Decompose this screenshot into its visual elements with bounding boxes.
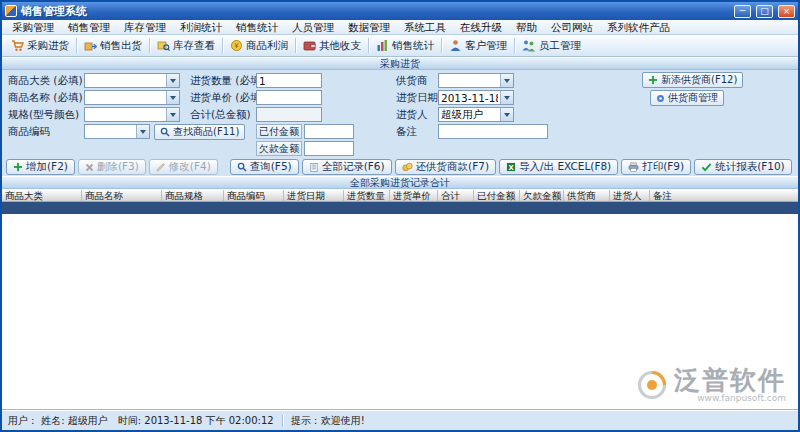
col-code[interactable]: 商品编码 — [224, 190, 284, 201]
menu-help[interactable]: 帮助 — [509, 20, 544, 35]
col-buyer[interactable]: 进货人 — [610, 190, 650, 201]
svg-text:¥: ¥ — [234, 42, 239, 50]
purchase-date-picker[interactable] — [438, 90, 514, 105]
quantity-input[interactable] — [256, 73, 322, 88]
product-code-input[interactable] — [85, 125, 136, 138]
buyer-combo[interactable] — [438, 107, 514, 122]
statusbar-user-info: 用户： 姓名: 超级用户 时间: 2013-11-18 下午 02:00:12 — [8, 414, 274, 428]
supplier-combo[interactable] — [438, 73, 514, 88]
document-icon — [309, 162, 319, 173]
purchase-date-label: 进货日期 — [396, 90, 438, 105]
selected-table-row[interactable] — [2, 202, 798, 214]
col-spec[interactable]: 商品规格 — [162, 190, 224, 201]
edit-button[interactable]: 修改(F4) — [149, 159, 218, 175]
col-owed[interactable]: 欠款金额 — [520, 190, 564, 201]
remark-input[interactable] — [438, 124, 548, 139]
chevron-down-icon[interactable] — [500, 108, 513, 121]
menu-data[interactable]: 数据管理 — [341, 20, 397, 35]
toolbar-purchase-in[interactable]: 采购进货 — [4, 35, 76, 56]
people-icon — [522, 39, 536, 52]
product-name-input[interactable] — [85, 91, 166, 104]
buyer-input[interactable] — [439, 108, 500, 121]
col-quantity[interactable]: 进货数量 — [344, 190, 390, 201]
report-button[interactable]: 统计报表(F10) — [694, 159, 792, 175]
titlebar: 销售管理系统 ─ □ × — [2, 2, 798, 20]
spec-combo[interactable] — [84, 107, 180, 122]
category-input[interactable] — [85, 74, 166, 87]
chevron-down-icon[interactable] — [500, 91, 513, 104]
chevron-down-icon[interactable] — [166, 91, 179, 104]
bar-chart-icon — [376, 39, 389, 52]
total-label: 合计(总金额) — [190, 107, 251, 122]
add-button[interactable]: 增加(F2) — [6, 159, 75, 175]
grid-body[interactable]: 泛普软件 www.fanpusoft.com — [2, 214, 798, 410]
menu-online-upgrade[interactable]: 在线升级 — [453, 20, 509, 35]
unit-price-input[interactable] — [256, 90, 322, 105]
query-button[interactable]: 查询(F5) — [230, 159, 299, 175]
minimize-button[interactable]: ─ — [734, 5, 751, 18]
product-code-combo[interactable] — [84, 124, 150, 139]
paid-amount-input[interactable] — [304, 124, 354, 139]
chevron-down-icon[interactable] — [166, 74, 179, 87]
search-icon — [160, 127, 170, 137]
col-paid[interactable]: 已付金额 — [474, 190, 520, 201]
col-category[interactable]: 商品大类 — [2, 190, 82, 201]
content-area: 采购进货 商品大类 (必填) 商品名称 (必填) 规格(型号颜色) 商品编码 查… — [2, 57, 798, 410]
toolbar-sales-stats[interactable]: 销售统计 — [369, 35, 441, 56]
coins-icon — [402, 162, 413, 172]
spec-input[interactable] — [85, 108, 166, 121]
col-remark[interactable]: 备注 — [650, 190, 798, 201]
toolbar-product-profit[interactable]: ¥ 商品利润 — [223, 35, 295, 56]
repay-supplier-button[interactable]: 还供货商款(F7) — [395, 159, 496, 175]
menu-products[interactable]: 系列软件产品 — [600, 20, 677, 35]
menu-personnel[interactable]: 人员管理 — [285, 20, 341, 35]
toolbar-staff-mgmt[interactable]: 员工管理 — [515, 35, 588, 56]
col-supplier[interactable]: 供货商 — [564, 190, 610, 201]
toolbar-customer-mgmt[interactable]: 客户管理 — [442, 35, 514, 56]
watermark-url: www.fanpusoft.com — [697, 393, 786, 403]
all-records-button[interactable]: 全部记录(F6) — [302, 159, 392, 175]
menu-inventory[interactable]: 库存管理 — [117, 20, 173, 35]
product-code-label: 商品编码 — [8, 124, 50, 139]
excel-button[interactable]: X 导入/出 EXCEL(F8) — [499, 159, 618, 175]
col-product-name[interactable]: 商品名称 — [82, 190, 162, 201]
close-button[interactable]: × — [778, 5, 795, 18]
total-input[interactable] — [256, 107, 322, 122]
toolbar-inventory-view[interactable]: 库存查看 — [150, 35, 222, 56]
col-unit-price[interactable]: 进货单价 — [390, 190, 438, 201]
menu-profit-stats[interactable]: 利润统计 — [173, 20, 229, 35]
pencil-icon — [156, 162, 166, 172]
toolbar-sales-out[interactable]: 销售出货 — [77, 35, 149, 56]
supplier-input[interactable] — [439, 74, 500, 87]
menu-purchase[interactable]: 采购管理 — [5, 20, 61, 35]
app-window: 销售管理系统 ─ □ × 采购管理 销售管理 库存管理 利润统计 销售统计 人员… — [0, 0, 800, 432]
menu-system-tools[interactable]: 系统工具 — [397, 20, 453, 35]
owed-amount-input[interactable] — [304, 141, 354, 156]
col-total[interactable]: 合计 — [438, 190, 474, 201]
delete-button[interactable]: 删除(F3) — [78, 159, 146, 175]
menubar: 采购管理 销售管理 库存管理 利润统计 销售统计 人员管理 数据管理 系统工具 … — [2, 20, 798, 35]
search-icon — [237, 162, 247, 172]
chevron-down-icon[interactable] — [136, 125, 149, 138]
maximize-button[interactable]: □ — [756, 5, 773, 18]
chevron-down-icon[interactable] — [500, 74, 513, 87]
menu-sales-stats[interactable]: 销售统计 — [229, 20, 285, 35]
printer-icon — [628, 162, 639, 172]
fanpu-logo-icon — [637, 370, 667, 400]
purchase-date-input[interactable] — [439, 91, 500, 104]
manage-supplier-button[interactable]: 供货商管理 — [650, 90, 724, 106]
add-supplier-button[interactable]: 新添供货商(F12) — [642, 72, 743, 88]
remark-label: 备注 — [396, 124, 417, 139]
chevron-down-icon[interactable] — [166, 108, 179, 121]
menu-sales[interactable]: 销售管理 — [61, 20, 117, 35]
owed-amount-label: 欠款金额 — [256, 141, 302, 156]
product-name-combo[interactable] — [84, 90, 180, 105]
statusbar-hint: 提示：欢迎使用! — [291, 414, 365, 428]
print-button[interactable]: 打印(F9) — [621, 159, 691, 175]
menu-website[interactable]: 公司网站 — [544, 20, 600, 35]
find-product-button[interactable]: 查找商品(F11) — [154, 124, 245, 140]
category-combo[interactable] — [84, 73, 180, 88]
toolbar-other-income-expense[interactable]: 其他收支 — [296, 35, 368, 56]
shipment-icon — [84, 39, 97, 52]
col-date[interactable]: 进货日期 — [284, 190, 344, 201]
